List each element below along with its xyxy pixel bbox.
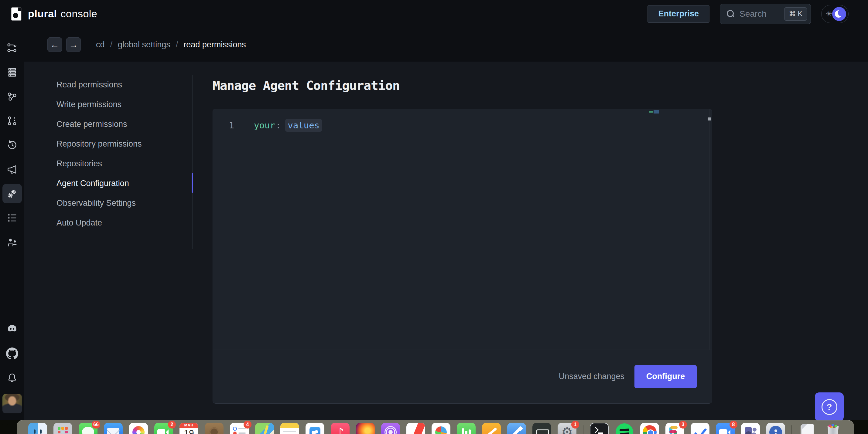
menu-item-auto-update[interactable]: Auto Update [24, 213, 192, 233]
rail-item-accounts[interactable] [5, 235, 20, 249]
dock-music[interactable] [331, 423, 349, 434]
menu-item-create-permissions[interactable]: Create permissions [24, 114, 192, 134]
breadcrumb-item-global-settings[interactable]: global settings [118, 40, 170, 49]
dock-zoom[interactable]: 8 [716, 423, 735, 434]
dock-divider [583, 425, 583, 434]
dock-documents-stack[interactable] [799, 423, 817, 434]
topbar-right: Enterprise Search ⌘ K ☀ [648, 4, 848, 24]
announcements-icon [6, 163, 18, 175]
dock-system-settings[interactable]: 1 [558, 423, 577, 434]
rail-item-announcements[interactable] [5, 162, 20, 177]
minimap-mark-green [649, 111, 653, 112]
forward-button[interactable]: → [66, 37, 81, 52]
dock-chrome[interactable] [640, 423, 659, 434]
settings-menu: Read permissions Write permissions Creat… [24, 62, 192, 233]
dock-podcasts[interactable] [381, 423, 400, 434]
menu-item-read-permissions[interactable]: Read permissions [24, 75, 192, 95]
zoom-badge: 8 [730, 421, 737, 429]
dock-terminal[interactable] [590, 423, 609, 434]
dock-reminders[interactable]: 4 [230, 423, 249, 434]
github-icon [6, 347, 18, 360]
rail-item-cd-pipelines[interactable] [5, 41, 20, 55]
menu-item-repositories[interactable]: Repositories [24, 154, 192, 174]
dock-keynote[interactable] [482, 423, 501, 434]
dock-notes[interactable] [280, 423, 299, 434]
messages-badge: 66 [92, 421, 100, 429]
enterprise-button[interactable]: Enterprise [648, 5, 710, 23]
line-number: 1 [213, 120, 234, 131]
rail-item-pull-requests[interactable] [5, 113, 20, 128]
dock-launchpad[interactable] [54, 423, 72, 434]
dock-spotify[interactable] [615, 423, 634, 434]
rail-item-service-catalog[interactable] [5, 89, 20, 104]
rail-item-github[interactable] [5, 346, 20, 361]
service-catalog-icon [6, 91, 18, 103]
dock-todo-check-app[interactable] [691, 423, 710, 434]
dock-news[interactable] [406, 423, 425, 434]
yaml-editor[interactable]: 1 your : values [213, 109, 712, 350]
minimap-mark-blue [654, 110, 659, 113]
search-icon [727, 10, 735, 18]
rail-item-settings[interactable] [2, 184, 22, 203]
configure-button[interactable]: Configure [634, 365, 697, 388]
menu-item-repository-permissions[interactable]: Repository permissions [24, 134, 192, 154]
dock-teams[interactable] [741, 423, 760, 434]
dock-blue-app[interactable] [306, 423, 324, 434]
menu-item-agent-configuration[interactable]: Agent Configuration [24, 174, 192, 193]
rail-item-notifications[interactable] [5, 371, 20, 385]
cd-pipelines-icon [6, 42, 18, 54]
dock-mail[interactable] [104, 423, 123, 434]
dock-xcode[interactable] [507, 423, 526, 434]
breadcrumb-item-cd[interactable]: cd [96, 40, 105, 49]
editor-minimap[interactable] [649, 110, 663, 114]
plural-logo-icon [10, 7, 23, 21]
rail-item-history[interactable] [5, 138, 20, 153]
breadcrumb-item-read-permissions: read permissions [183, 40, 246, 49]
breadcrumb-separator: / [110, 40, 113, 49]
plural-logo[interactable]: plural console [10, 7, 97, 21]
back-button[interactable]: ← [48, 37, 62, 52]
menu-item-write-permissions[interactable]: Write permissions [24, 95, 192, 114]
rail-item-stacks[interactable] [5, 65, 20, 79]
dock-slack[interactable]: 3 [665, 423, 684, 434]
slack-badge: 3 [679, 421, 687, 429]
dock-photos[interactable] [129, 423, 148, 434]
content-area: Read permissions Write permissions Creat… [24, 62, 868, 420]
dock-trash[interactable] [824, 423, 842, 434]
search-input[interactable]: Search ⌘ K [720, 4, 811, 24]
editor-line-1: 1 your : values [213, 119, 322, 132]
dock-apple-tv[interactable] [532, 423, 551, 434]
dock-pie-chart-app[interactable] [432, 423, 451, 434]
facetime-badge: 2 [168, 421, 176, 429]
code-colon: : [276, 120, 281, 131]
logo-text-light: console [61, 8, 97, 20]
rail-item-discord[interactable] [5, 322, 20, 336]
macos-dock: 66 2 MAR 19 4 1 3 [17, 420, 854, 434]
bell-icon [6, 372, 18, 384]
calendar-month: MAR [180, 423, 198, 428]
dock-maps[interactable] [255, 423, 274, 434]
menu-item-observability-settings[interactable]: Observability Settings [24, 193, 192, 213]
theme-toggle[interactable]: ☀ [821, 5, 848, 23]
sun-icon: ☀ [826, 10, 832, 18]
dock-finder[interactable] [28, 423, 47, 434]
dock-facetime[interactable]: 2 [154, 423, 173, 434]
calendar-day: 19 [180, 428, 198, 434]
editor-scrollbar-thumb[interactable] [708, 118, 711, 121]
user-avatar[interactable] [2, 394, 22, 413]
dock-1password[interactable] [766, 423, 785, 434]
dock-messages[interactable]: 66 [79, 423, 97, 434]
sidebar-rail [0, 28, 24, 420]
breadcrumb: cd / global settings / read permissions [96, 40, 246, 49]
dock-calendar[interactable]: MAR 19 [180, 423, 198, 434]
dock-health[interactable] [457, 423, 475, 434]
accounts-icon [6, 236, 18, 248]
topbar: plural console Enterprise Search ⌘ K ☀ [0, 0, 868, 28]
breadcrumb-bar: ← → cd / global settings / read permissi… [24, 28, 868, 62]
logo-text-bold: plural [28, 8, 57, 20]
help-button[interactable]: ? [815, 393, 844, 421]
rail-item-audit-list[interactable] [5, 211, 20, 225]
dock-firefox[interactable] [356, 423, 375, 434]
settings-icon [6, 188, 18, 200]
dock-brown-app[interactable] [205, 423, 223, 434]
